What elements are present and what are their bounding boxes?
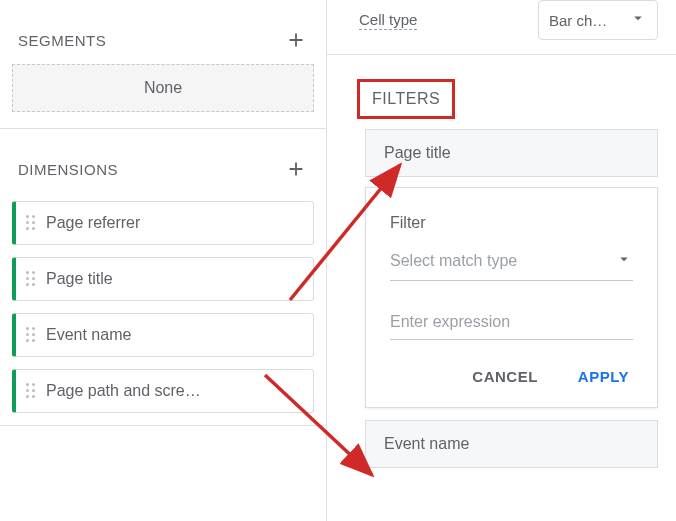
dimension-item-page-title[interactable]: Page title: [12, 257, 314, 301]
segments-header: SEGMENTS: [0, 0, 326, 64]
filters-title: FILTERS: [372, 90, 440, 107]
dimension-item-page-path[interactable]: Page path and scre…: [12, 369, 314, 413]
expression-input[interactable]: [390, 309, 633, 340]
dimensions-title: DIMENSIONS: [18, 161, 118, 178]
cell-type-value: Bar ch…: [549, 12, 607, 29]
cell-type-select[interactable]: Bar ch…: [538, 0, 658, 40]
drag-handle-icon: [26, 327, 36, 343]
match-type-select[interactable]: Select match type: [390, 250, 633, 281]
filter-chip-event-name[interactable]: Event name: [365, 420, 658, 468]
filters-header: FILTERS: [327, 55, 676, 129]
add-dimension-icon[interactable]: [284, 157, 308, 181]
filter-config-popup: Filter Select match type CANCEL APPLY: [365, 187, 658, 408]
dimension-item-event-name[interactable]: Event name: [12, 313, 314, 357]
chevron-down-icon: [629, 9, 647, 31]
apply-button[interactable]: APPLY: [574, 362, 633, 391]
dimension-label: Event name: [46, 326, 131, 344]
filter-chip-label: Page title: [384, 144, 451, 161]
segments-title: SEGMENTS: [18, 32, 106, 49]
filter-chip-label: Event name: [384, 435, 469, 452]
filters-title-highlight: FILTERS: [357, 79, 455, 119]
dimension-label: Page referrer: [46, 214, 140, 232]
drag-handle-icon: [26, 215, 36, 231]
divider: [0, 425, 326, 434]
chevron-down-icon: [615, 250, 633, 272]
none-label: None: [144, 79, 182, 96]
dimensions-header: DIMENSIONS: [0, 129, 326, 193]
dimensions-list: Page referrer Page title Event name Page…: [0, 193, 326, 413]
drag-handle-icon: [26, 271, 36, 287]
segments-none-dropzone[interactable]: None: [12, 64, 314, 112]
cancel-button[interactable]: CANCEL: [468, 362, 542, 391]
drag-handle-icon: [26, 383, 36, 399]
dimension-label: Page path and scre…: [46, 382, 201, 400]
dimension-label: Page title: [46, 270, 113, 288]
filter-popup-label: Filter: [390, 214, 633, 232]
popup-actions: CANCEL APPLY: [390, 362, 633, 391]
cell-type-row: Cell type Bar ch…: [327, 0, 676, 55]
match-type-placeholder: Select match type: [390, 252, 517, 270]
filter-chip-page-title[interactable]: Page title: [365, 129, 658, 177]
cell-type-label: Cell type: [359, 11, 417, 30]
dimension-item-page-referrer[interactable]: Page referrer: [12, 201, 314, 245]
add-segment-icon[interactable]: [284, 28, 308, 52]
